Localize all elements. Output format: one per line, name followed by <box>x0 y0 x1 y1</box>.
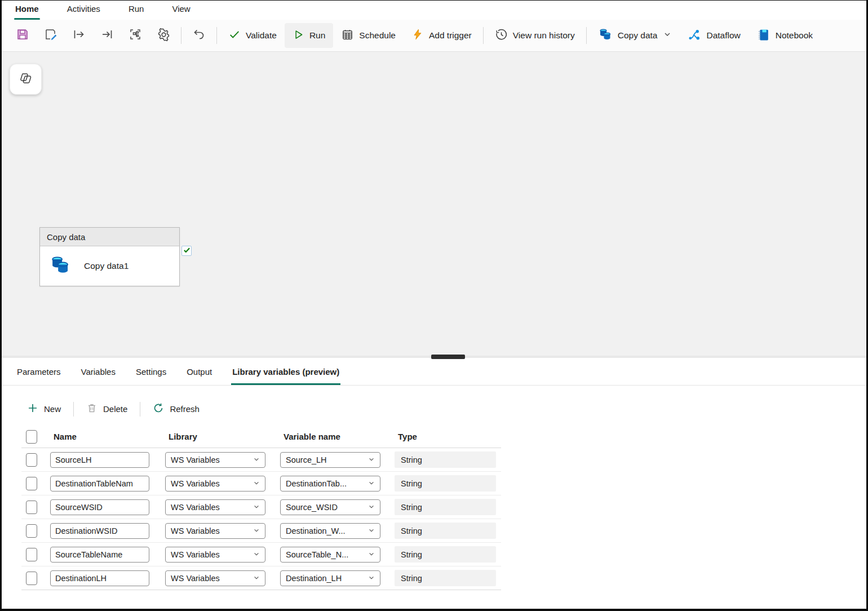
add-trigger-button[interactable]: Add trigger <box>404 23 480 48</box>
variable-name-dropdown-value: Source_WSID <box>286 503 338 512</box>
chevron-down-icon <box>368 526 375 535</box>
type-value: String <box>395 546 496 563</box>
library-dropdown[interactable]: WS Variables <box>165 476 265 492</box>
home-toolbar: Validate Run Schedule Add trigger <box>2 20 866 52</box>
schedule-button[interactable]: Schedule <box>333 23 404 48</box>
variable-row: WS VariablesSource_WSIDString <box>21 495 501 519</box>
variable-name-dropdown-value: Destination_LH <box>286 574 342 583</box>
copy-data-cylinders-icon <box>598 27 613 44</box>
library-dropdown[interactable]: WS Variables <box>165 499 265 515</box>
properties-panel: ParametersVariablesSettingsOutputLibrary… <box>2 358 866 590</box>
copilot-button[interactable] <box>10 64 42 95</box>
copy-data-activity-card[interactable]: Copy data Copy data1 <box>39 227 180 286</box>
notebook-label: Notebook <box>776 30 813 41</box>
library-dropdown[interactable]: WS Variables <box>165 570 265 586</box>
row-checkbox[interactable] <box>26 477 37 490</box>
name-input[interactable] <box>50 523 149 539</box>
ribbon-tab-bar: HomeActivitiesRunView <box>2 1 866 20</box>
activity-card-body[interactable]: Copy data1 <box>40 246 179 286</box>
variable-row: WS VariablesDestination_W...String <box>21 519 501 543</box>
name-input[interactable] <box>50 499 149 515</box>
copy-data-menu-button[interactable]: Copy data <box>590 23 680 48</box>
column-header-type: Type <box>395 432 501 441</box>
schedule-calendar-icon <box>341 28 354 43</box>
panel-tab-library-variables-preview[interactable]: Library variables (preview) <box>231 358 340 385</box>
chevron-down-icon <box>253 455 260 464</box>
library-dropdown[interactable]: WS Variables <box>165 547 265 563</box>
variable-name-dropdown[interactable]: Destination_LH <box>280 570 380 586</box>
checkmark-icon <box>183 246 191 256</box>
ribbon-tab-activities[interactable]: Activities <box>66 3 101 20</box>
activity-selected-checkbox[interactable] <box>181 246 192 256</box>
name-input[interactable] <box>50 452 149 468</box>
activity-name-label: Copy data1 <box>84 261 129 271</box>
export-arrow-icon <box>72 28 86 43</box>
notebook-icon <box>756 28 770 44</box>
save-as-button[interactable] <box>37 24 65 47</box>
row-checkbox[interactable] <box>26 548 37 561</box>
validate-button[interactable]: Validate <box>220 23 285 48</box>
variable-name-dropdown[interactable]: DestinationTab... <box>280 476 380 492</box>
fit-to-canvas-button[interactable] <box>121 24 149 47</box>
settings-button[interactable] <box>149 24 178 47</box>
view-run-history-button[interactable]: View run history <box>487 23 583 48</box>
name-input[interactable] <box>50 570 149 586</box>
library-dropdown[interactable]: WS Variables <box>165 452 265 468</box>
panel-tab-settings[interactable]: Settings <box>135 358 167 385</box>
pipeline-canvas[interactable]: Copy data Copy data1 <box>2 52 866 356</box>
ribbon-tab-home[interactable]: Home <box>14 3 40 20</box>
panel-tab-output[interactable]: Output <box>185 358 213 385</box>
toolbar-divider <box>483 27 484 44</box>
undo-icon <box>192 28 206 43</box>
library-dropdown[interactable]: WS Variables <box>165 523 265 539</box>
save-button[interactable] <box>8 24 37 47</box>
import-arrow-button[interactable] <box>93 24 121 47</box>
lightning-bolt-icon <box>411 28 424 43</box>
library-dropdown-value: WS Variables <box>171 550 220 559</box>
chevron-down-icon <box>368 479 375 488</box>
chevron-down-icon <box>368 574 375 583</box>
copy-data-label: Copy data <box>618 30 658 41</box>
variable-name-dropdown[interactable]: Source_LH <box>280 452 380 468</box>
run-button[interactable]: Run <box>285 23 333 48</box>
name-input[interactable] <box>50 547 149 563</box>
chevron-down-icon <box>253 503 260 512</box>
fit-to-canvas-icon <box>129 28 142 43</box>
history-clock-icon <box>495 28 508 43</box>
validate-check-icon <box>228 28 241 43</box>
toolbar-divider <box>586 27 587 44</box>
ribbon-tab-run[interactable]: Run <box>127 3 145 20</box>
variable-name-dropdown[interactable]: Destination_W... <box>280 523 380 539</box>
name-input[interactable] <box>50 476 149 492</box>
notebook-button[interactable]: Notebook <box>749 23 821 48</box>
run-label: Run <box>309 30 325 41</box>
toolbar-divider <box>216 27 217 44</box>
row-checkbox[interactable] <box>26 501 37 514</box>
splitter-drag-handle[interactable] <box>431 355 465 359</box>
chevron-down-icon <box>368 503 375 512</box>
delete-label: Delete <box>103 404 127 414</box>
row-checkbox[interactable] <box>26 524 37 538</box>
refresh-button[interactable]: Refresh <box>147 400 205 418</box>
export-arrow-button[interactable] <box>65 24 93 47</box>
dataflow-button[interactable]: Dataflow <box>679 23 748 48</box>
delete-button[interactable]: Delete <box>81 400 133 418</box>
new-button[interactable]: New <box>21 400 67 418</box>
ribbon-tab-view[interactable]: View <box>171 3 191 20</box>
panel-tab-parameters[interactable]: Parameters <box>16 358 62 385</box>
undo-button[interactable] <box>185 24 213 47</box>
variable-name-dropdown[interactable]: Source_WSID <box>280 499 380 515</box>
copilot-icon <box>17 70 34 89</box>
library-dropdown-value: WS Variables <box>171 526 220 535</box>
row-checkbox[interactable] <box>26 572 37 585</box>
type-value: String <box>395 523 496 539</box>
refresh-icon <box>153 402 164 415</box>
dataflow-label: Dataflow <box>706 30 740 41</box>
panel-tab-variables[interactable]: Variables <box>80 358 117 385</box>
schedule-label: Schedule <box>359 30 396 41</box>
variable-name-dropdown[interactable]: SourceTable_N... <box>280 547 380 563</box>
select-all-checkbox[interactable] <box>26 430 37 444</box>
panel-splitter[interactable] <box>2 356 866 358</box>
library-dropdown-value: WS Variables <box>171 455 220 464</box>
row-checkbox[interactable] <box>26 453 37 467</box>
